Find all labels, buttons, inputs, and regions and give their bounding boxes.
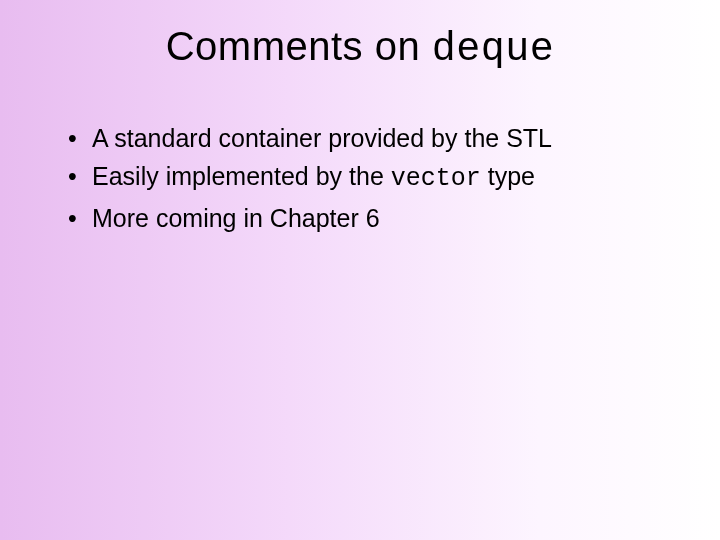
list-item: Easily implemented by the vector type xyxy=(64,158,680,197)
list-item: More coming in Chapter 6 xyxy=(64,200,680,236)
slide: Comments on deque A standard container p… xyxy=(0,0,720,540)
title-prefix: Comments on xyxy=(166,24,432,68)
title-code: deque xyxy=(432,27,555,72)
bullet-list: A standard container provided by the STL… xyxy=(40,120,680,236)
bullet-text: A standard container provided by the STL xyxy=(92,124,552,152)
bullet-code: vector xyxy=(391,164,481,193)
bullet-text-pre: Easily implemented by the xyxy=(92,162,391,190)
slide-title: Comments on deque xyxy=(40,24,680,72)
list-item: A standard container provided by the STL xyxy=(64,120,680,156)
bullet-text: More coming in Chapter 6 xyxy=(92,204,380,232)
bullet-text-post: type xyxy=(481,162,535,190)
